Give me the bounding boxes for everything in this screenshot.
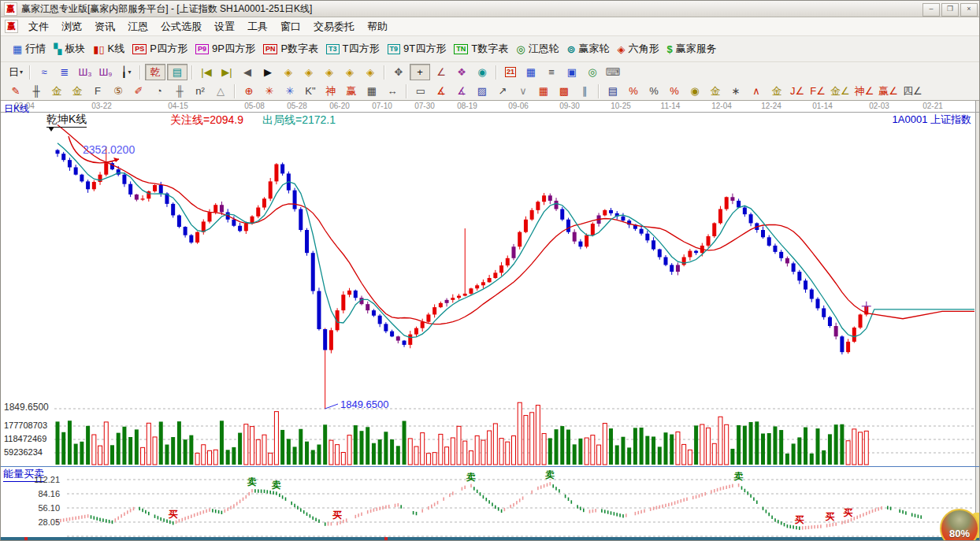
menu-item-3[interactable]: 江恩 (121, 18, 154, 35)
calendar-button[interactable]: 21 (501, 65, 520, 80)
kline-button[interactable]: ▮▯K线 (89, 40, 128, 57)
menu-item-9[interactable]: 帮助 (361, 18, 394, 35)
hand-tool[interactable]: ✥ (389, 65, 408, 80)
spiral-tool[interactable]: ⑤ (109, 83, 128, 98)
three-line-icon[interactable]: Ш₃ (76, 65, 95, 80)
grid-red2-tool[interactable]: ▩ (555, 83, 574, 98)
sectors-button[interactable]: ▚板块 (50, 40, 89, 57)
pct-line-tool[interactable]: % (624, 83, 643, 98)
candle-type-dropdown[interactable]: ╽▾ (117, 65, 135, 80)
fan-box-tool[interactable]: ▨ (473, 83, 492, 98)
cycle-tool[interactable]: ◔ (150, 83, 169, 98)
save-button[interactable]: ▣ (562, 65, 581, 80)
trend-chart-icon[interactable]: ≈ (35, 65, 54, 80)
n-square-tool[interactable]: n² (191, 83, 210, 98)
t9-square-button[interactable]: T99T四方形 (384, 40, 451, 57)
gold-circle-tool[interactable]: ◉ (685, 83, 704, 98)
gann-compass-tool[interactable]: ❖ (452, 65, 471, 80)
fan-purple-tool[interactable]: ∡ (452, 83, 471, 98)
angle-shen-tool[interactable]: 神∠ (853, 83, 876, 98)
gold-avg2-tool[interactable]: 金 (767, 83, 786, 98)
gold-split-tool[interactable]: 金 (47, 83, 66, 98)
angle-ying-tool[interactable]: 赢∠ (877, 83, 900, 98)
angle-gold-tool[interactable]: 金∠ (829, 83, 852, 98)
grid-123-tool[interactable]: ▦ (362, 83, 381, 98)
web-update-button[interactable]: ◎ (583, 65, 602, 80)
kline-chart-canvas[interactable]: 买卖卖买卖卖卖买买买 (1, 101, 980, 541)
gold-split2-tool[interactable]: 金 (68, 83, 87, 98)
level-list-tool[interactable]: ▤ (603, 83, 622, 98)
angle-a-tool[interactable]: △ (211, 83, 230, 98)
gann-grid-tool[interactable]: ╫ (27, 83, 46, 98)
menu-item-7[interactable]: 窗口 (274, 18, 307, 35)
target-tool[interactable]: ⊕ (239, 83, 258, 98)
brush-tool[interactable]: ∗ (726, 83, 745, 98)
grid-red-tool[interactable]: ▦ (534, 83, 553, 98)
t-number-button[interactable]: TNT数字表 (450, 40, 512, 57)
hexagon-button[interactable]: ◈六角形 (613, 40, 663, 57)
arrow-line-tool[interactable]: ↗ (493, 83, 512, 98)
menu-item-8[interactable]: 交易委托 (307, 18, 361, 35)
parallel-tool[interactable]: ∥ (575, 83, 594, 98)
shen-tool[interactable]: 神 (321, 83, 340, 98)
first-bar-button[interactable]: |◀ (197, 65, 216, 80)
span-tool[interactable]: ↔ (383, 83, 402, 98)
t-square-button[interactable]: T3T四方形 (322, 40, 383, 57)
hash-tool[interactable]: ╫ (170, 83, 189, 98)
volume-profile-button[interactable]: ▤ (167, 64, 187, 80)
menu-item-1[interactable]: 浏览 (55, 18, 88, 35)
gann-left-diamond[interactable]: ◈ (279, 65, 298, 80)
menu-item-0[interactable]: 文件 (22, 18, 55, 35)
p9-square-button[interactable]: P99P四方形 (191, 40, 259, 57)
pen-tool[interactable]: ✎ (6, 83, 25, 98)
qiankun-kline-button[interactable]: 乾 (145, 64, 165, 80)
gold-avg-tool[interactable]: 金 (706, 83, 725, 98)
period-day-dropdown[interactable]: 日▾ (6, 65, 25, 80)
menu-item-4[interactable]: 公式选股 (154, 18, 208, 35)
gann-star-diamond[interactable]: ◈ (361, 65, 380, 80)
v-wave-tool[interactable]: ∨ (514, 83, 533, 98)
next-bar-button[interactable]: ▶ (258, 65, 277, 80)
gold-split-tool-icon: 金 (52, 84, 62, 98)
angle-measure-tool[interactable]: ∠ (432, 65, 451, 80)
prev-bar-button[interactable]: ◀ (238, 65, 257, 80)
p-number-button[interactable]: PNP数字表 (259, 40, 322, 57)
gann-wheel-button[interactable]: ◎江恩轮 (512, 40, 562, 57)
bottom-scroll-bar[interactable] (1, 537, 980, 541)
fan-red-tool[interactable]: ∡ (432, 83, 451, 98)
gann-cross-diamond[interactable]: ◈ (340, 65, 359, 80)
gann-lr-diamond[interactable]: ◈ (320, 65, 339, 80)
rect-tool[interactable]: ▭ (411, 83, 430, 98)
knife-tool[interactable]: ✐ (129, 83, 148, 98)
menu-item-5[interactable]: 设置 (208, 18, 241, 35)
web-red-tool[interactable]: ✳ (260, 83, 279, 98)
k-note-tool[interactable]: K" (301, 83, 320, 98)
nine-line-icon[interactable]: Ш₉ (96, 65, 115, 80)
quote-list-icon[interactable]: ≣ (55, 65, 74, 80)
notes-button[interactable]: ≡ (542, 65, 561, 80)
fib-tool[interactable]: F (88, 83, 107, 98)
pc-data-button[interactable]: ⌨ (603, 65, 622, 80)
menu-item-6[interactable]: 工具 (241, 18, 274, 35)
winner-wheel-button[interactable]: ⊚赢家轮 (563, 40, 614, 57)
minimize-button[interactable]: – (922, 3, 940, 17)
close-button[interactable]: × (960, 3, 978, 17)
web-grid-tool[interactable]: ✳ (280, 83, 299, 98)
menu-item-2[interactable]: 资讯 (88, 18, 121, 35)
gann-right-diamond[interactable]: ◈ (299, 65, 318, 80)
pattern-tool[interactable]: ◉ (473, 65, 492, 80)
ying-tool[interactable]: 赢 (342, 83, 361, 98)
last-bar-button[interactable]: ▶| (217, 65, 236, 80)
quotes-button[interactable]: ▦行情 (9, 40, 50, 57)
calculator-button[interactable]: ▦ (522, 65, 540, 80)
wave-a-tool[interactable]: ∧ (747, 83, 766, 98)
angle-f-tool[interactable]: F∠ (808, 83, 827, 98)
crosshair-tool[interactable]: + (410, 64, 430, 80)
angle-j-tool[interactable]: J∠ (788, 83, 807, 98)
winner-service-button[interactable]: $赢家服务 (663, 40, 720, 57)
p-square-button[interactable]: PSP四方形 (128, 40, 191, 57)
maximize-button[interactable]: ❐ (941, 3, 959, 17)
pct-avg-tool[interactable]: % (665, 83, 684, 98)
angle-si-tool[interactable]: 四∠ (901, 83, 924, 98)
percent-tool[interactable]: % (644, 83, 663, 98)
